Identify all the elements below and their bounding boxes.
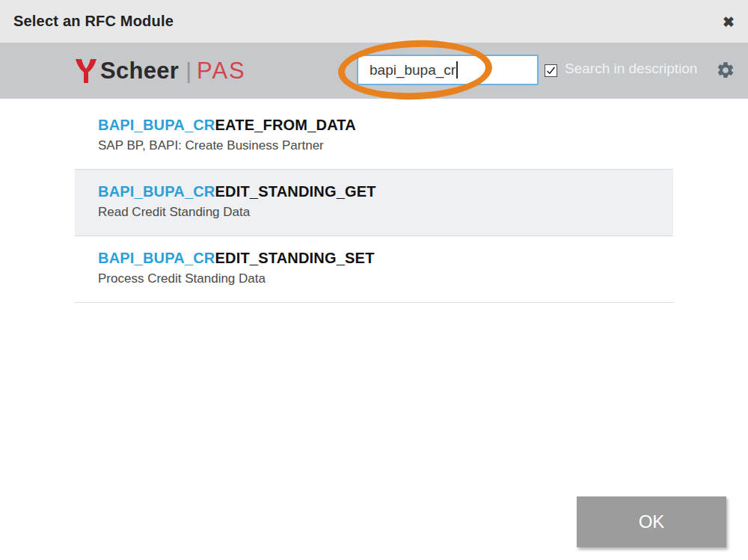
name-rest: EDIT_STANDING_SET [215, 250, 375, 266]
rfc-module-name: BAPI_BUPA_CREATE_FROM_DATA [98, 115, 658, 135]
logo-suffix: PAS [197, 58, 246, 84]
search-in-description-checkbox[interactable] [545, 64, 557, 77]
match-highlight: BAPI_BUPA_CR [98, 117, 215, 133]
logo-name: Scheer [100, 58, 179, 84]
rfc-module-list-item[interactable]: BAPI_BUPA_CREDIT_STANDING_GET Read Credi… [75, 170, 673, 236]
scheer-y-mark-icon [75, 59, 97, 83]
name-rest: EATE_FROM_DATA [215, 117, 356, 133]
scheer-pas-logo: Scheer | PAS [75, 58, 246, 84]
rfc-module-list-item[interactable]: BAPI_BUPA_CREDIT_STANDING_SET Process Cr… [75, 236, 673, 303]
name-rest: EDIT_STANDING_GET [215, 183, 376, 200]
logo-pipe: | [186, 58, 191, 84]
toolbar: Scheer | PAS bapi_bupa_cr Search in desc… [0, 43, 748, 99]
check-icon [546, 66, 556, 76]
rfc-module-description: SAP BP, BAPI: Create Business Partner [98, 137, 658, 154]
dialog-titlebar: Select an RFC Module ✖ [0, 0, 748, 43]
search-input-value: bapi_bupa_cr [370, 62, 456, 79]
rfc-module-description: Process Credit Standing Data [98, 270, 658, 287]
search-input[interactable]: bapi_bupa_cr [357, 55, 539, 85]
rfc-module-name: BAPI_BUPA_CREDIT_STANDING_GET [98, 182, 658, 201]
match-highlight: BAPI_BUPA_CR [98, 250, 215, 266]
text-caret [456, 61, 458, 79]
close-icon[interactable]: ✖ [720, 11, 738, 31]
dialog-title: Select an RFC Module [13, 13, 174, 30]
match-highlight: BAPI_BUPA_CR [98, 183, 215, 200]
ok-button[interactable]: OK [577, 496, 726, 547]
rfc-module-list-item[interactable]: BAPI_BUPA_CREATE_FROM_DATA SAP BP, BAPI:… [75, 103, 673, 170]
search-in-description-label: Search in description [565, 61, 697, 77]
gear-icon[interactable] [716, 61, 735, 80]
rfc-module-name: BAPI_BUPA_CREDIT_STANDING_SET [98, 248, 658, 268]
rfc-module-list: BAPI_BUPA_CREATE_FROM_DATA SAP BP, BAPI:… [75, 103, 673, 303]
rfc-module-description: Read Credit Standing Data [98, 203, 658, 221]
